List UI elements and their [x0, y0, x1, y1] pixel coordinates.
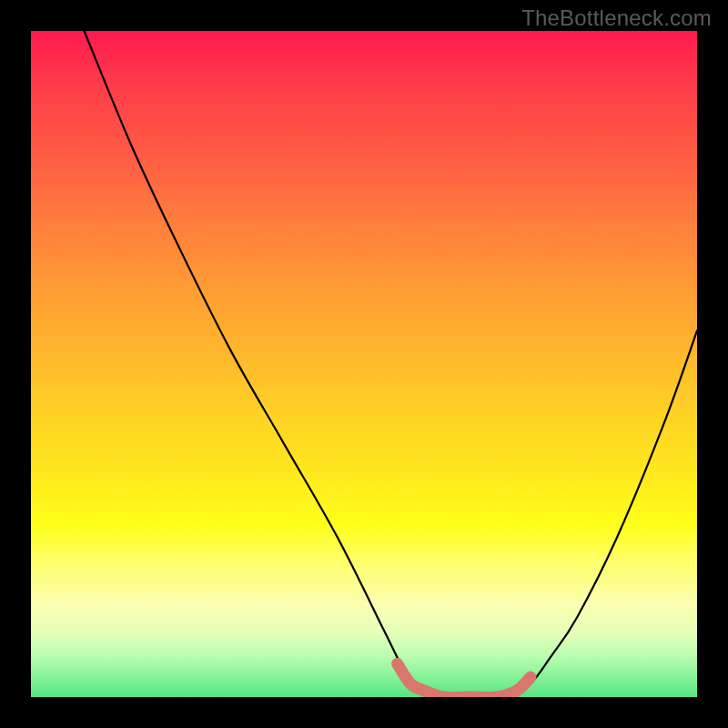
minimum-highlight-line: [398, 663, 531, 697]
watermark-text: TheBottleneck.com: [521, 5, 712, 31]
bottleneck-curve-line: [85, 31, 697, 697]
chart-svg: [31, 31, 697, 697]
plot-area: [31, 31, 697, 697]
chart-container: TheBottleneck.com: [0, 0, 728, 728]
